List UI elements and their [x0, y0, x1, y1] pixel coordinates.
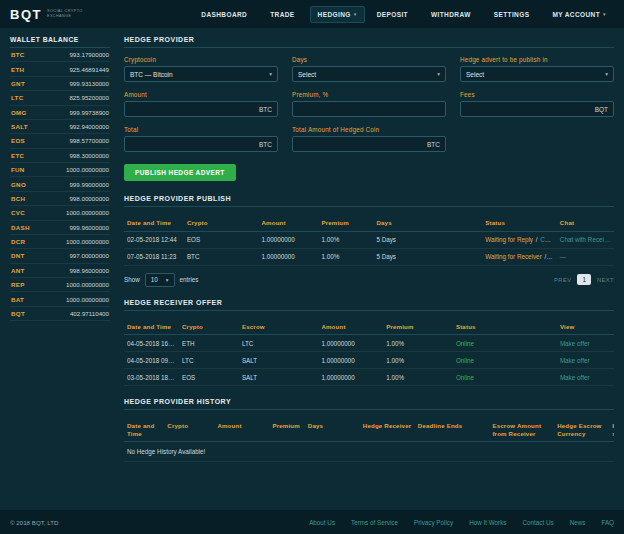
nav-item[interactable]: SETTINGS: [486, 6, 541, 23]
cell-crypto: EOS: [184, 231, 259, 248]
coin-symbol: FUN: [11, 166, 25, 173]
status-separator: /: [544, 253, 546, 260]
premium-label: Premium, %: [292, 91, 446, 98]
footer-link[interactable]: About Us: [309, 519, 335, 526]
column-header: Date and Time: [124, 215, 184, 231]
coin-symbol: DNT: [11, 252, 25, 259]
coin-balance: 925.46891449: [69, 66, 109, 73]
make-offer-link[interactable]: Make offer: [557, 335, 614, 352]
coin-symbol: OMG: [11, 109, 27, 116]
make-offer-link[interactable]: Make offer: [557, 369, 614, 386]
total-input[interactable]: [130, 141, 255, 148]
nav-item[interactable]: HEDGING ▾: [310, 6, 365, 23]
hedge-provider-publish-table: Date and TimeCryptoAmountPremiumDaysStat…: [124, 215, 614, 266]
column-header: Crypto: [164, 418, 214, 442]
footer-link[interactable]: FAQ: [601, 519, 614, 526]
wallet-row: LTC 825.95200000: [10, 91, 110, 105]
wallet-row: FUN 1000.00000000: [10, 163, 110, 177]
column-header: Date and Time: [124, 418, 164, 442]
nav-item[interactable]: DASHBOARD: [193, 6, 258, 23]
publish-hedge-advert-button[interactable]: PUBLISH HEDGE ADVERT: [124, 164, 236, 181]
hedge-advert-selected-value: Select: [466, 71, 484, 78]
wallet-row: ETH 925.46891449: [10, 62, 110, 76]
column-header: Premium: [269, 418, 304, 442]
amount-input-wrap: BTC: [124, 101, 278, 117]
coin-balance: 1000.00000000: [66, 296, 109, 303]
coin-symbol: CVC: [11, 209, 25, 216]
hedge-receiver-offer-section: HEDGE RECEIVER OFFER Date and TimeCrypto…: [124, 299, 614, 387]
fees-input[interactable]: [466, 106, 591, 113]
nav-item[interactable]: WITHDRAW: [423, 6, 482, 23]
field-total: Total BTC: [124, 126, 278, 152]
field-amount: Amount BTC: [124, 91, 278, 117]
hedge-advert-select[interactable]: Select ▾: [460, 66, 614, 82]
fees-label: Fees: [460, 91, 614, 98]
hedge-provider-title: HEDGE PROVIDER: [124, 36, 614, 48]
cell-escrow: LTC: [239, 335, 319, 352]
premium-input[interactable]: [298, 106, 440, 113]
nav-item[interactable]: DEPOSIT: [369, 6, 419, 23]
cryptocoin-select[interactable]: BTC — Bitcoin ▾: [124, 66, 278, 82]
coin-balance: 992.94000000: [69, 123, 109, 130]
wallet-row: GNT 999.93130000: [10, 77, 110, 91]
column-header: Amount: [318, 319, 383, 335]
coin-symbol: EOS: [11, 137, 25, 144]
footer-link[interactable]: Privacy Policy: [414, 519, 453, 526]
total-input-wrap: BTC: [124, 136, 278, 152]
chevron-down-icon: ▾: [603, 11, 606, 17]
wallet-row: BTC 993.17900000: [10, 48, 110, 62]
nav-item[interactable]: MY ACCOUNT ▾: [544, 6, 614, 23]
column-header: Hedge Receiver: [360, 418, 415, 442]
show-entries-value: 10: [151, 276, 158, 283]
days-select[interactable]: Select ▾: [292, 66, 446, 82]
cell-premium: 1.00%: [383, 352, 453, 369]
hedge-provider-form: Cryptocoin BTC — Bitcoin ▾ Days Select ▾: [124, 56, 614, 152]
total-hedged-input[interactable]: [298, 141, 423, 148]
current-page-button[interactable]: 1: [577, 274, 591, 285]
chat-link[interactable]: Chat with Receiver: [557, 231, 614, 248]
column-header: Crypto: [184, 215, 259, 231]
app-root: BQT SOCIAL CRYPTO EXCHANGE DASHBOARD TRA…: [0, 0, 624, 534]
column-header: Status: [482, 215, 557, 231]
brand-logo[interactable]: BQT SOCIAL CRYPTO EXCHANGE: [10, 7, 83, 22]
total-suffix: BTC: [259, 141, 272, 148]
cell-amount: 1.00000000: [318, 369, 383, 386]
next-page-button[interactable]: NEXT: [597, 277, 614, 283]
pagination: PREV 1 NEXT: [554, 274, 614, 285]
cell-amount: 1.00000000: [258, 231, 318, 248]
page-footer: © 2018 BQT, LTD About UsTerms of Service…: [0, 510, 624, 534]
cell-premium: 1.00%: [383, 335, 453, 352]
hedge-provider-history-section: HEDGE PROVIDER HISTORY Date and TimeCryp…: [124, 398, 614, 462]
show-label: Show: [124, 276, 140, 283]
cell-premium: 1.00%: [383, 369, 453, 386]
status-online: Online: [453, 369, 557, 386]
wallet-row: DASH 999.96000000: [10, 221, 110, 235]
footer-link[interactable]: How It Works: [469, 519, 506, 526]
make-offer-link[interactable]: Make offer: [557, 352, 614, 369]
footer-link[interactable]: Terms of Service: [351, 519, 398, 526]
chevron-down-icon: ▾: [605, 71, 608, 77]
nav-item[interactable]: TRADE: [262, 6, 305, 23]
fees-suffix: BQT: [595, 106, 608, 113]
entries-label: entries: [180, 276, 199, 283]
wallet-row: DCR 1000.00000000: [10, 235, 110, 249]
cell-amount: 1.00000000: [318, 352, 383, 369]
field-fees: Fees BQT: [460, 91, 614, 117]
wallet-row: GNO 999.99000000: [10, 177, 110, 191]
coin-balance: 999.99738900: [69, 109, 109, 116]
prev-page-button[interactable]: PREV: [554, 277, 571, 283]
brand-name: BQT: [10, 7, 42, 22]
amount-input[interactable]: [130, 106, 255, 113]
amount-label: Amount: [124, 91, 278, 98]
footer-link[interactable]: Contact Us: [522, 519, 553, 526]
cell-crypto: LTC: [179, 352, 239, 369]
days-selected-value: Select: [298, 71, 316, 78]
column-header: Hedge status: [609, 418, 614, 442]
hedge-advert-label: Hedge advert to be publish in: [460, 56, 614, 63]
chat-link[interactable]: —: [557, 248, 614, 265]
footer-link[interactable]: News: [570, 519, 586, 526]
cancel-link[interactable]: Cancel: [540, 236, 557, 243]
field-premium: Premium, %: [292, 91, 446, 117]
show-entries-select[interactable]: 10 ▾: [145, 273, 175, 287]
cell-amount: 1.00000000: [318, 335, 383, 352]
